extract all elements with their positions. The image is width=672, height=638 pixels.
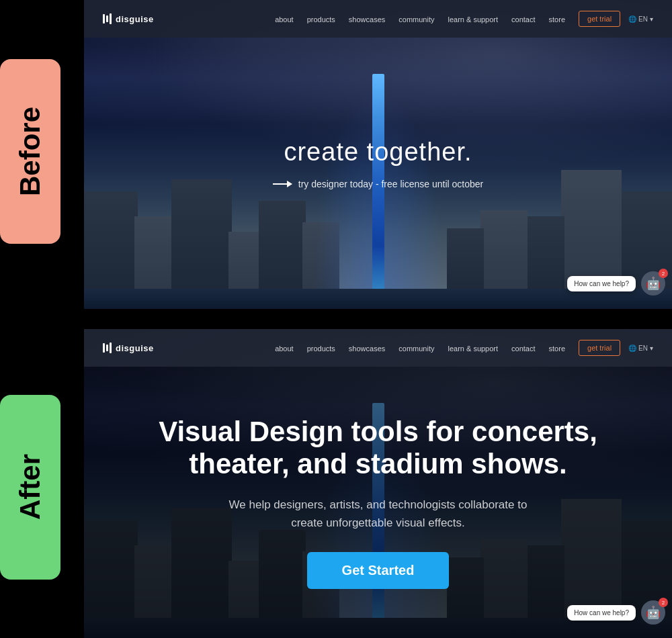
before-navbar: disguise about products showcases commun…: [84, 0, 672, 38]
logo-bar-2: [106, 15, 108, 22]
after-label-text: After: [16, 454, 44, 520]
before-heading: create together.: [284, 138, 472, 167]
after-chat-avatar[interactable]: 🤖 2: [641, 600, 665, 625]
after-get-trial-button[interactable]: get trial: [579, 340, 620, 356]
chat-avatar[interactable]: 🤖 2: [641, 271, 665, 295]
after-nav-item-products[interactable]: products: [307, 342, 335, 354]
get-started-button[interactable]: Get Started: [307, 552, 450, 589]
logo-bar-1: [103, 14, 105, 24]
after-globe-icon: 🌐: [628, 345, 636, 352]
after-language-selector[interactable]: 🌐 EN ▾: [628, 345, 653, 352]
after-subtext: We help designers, artists, and technolo…: [217, 496, 540, 532]
before-nav-links: about products showcases community learn…: [275, 11, 620, 27]
after-chevron-down-icon: ▾: [650, 345, 653, 352]
after-logo-bar-2: [106, 345, 108, 351]
globe-icon: 🌐: [628, 15, 636, 23]
after-nav-item-showcases[interactable]: showcases: [349, 342, 385, 354]
after-label: After: [0, 395, 60, 580]
brand-name: disguise: [116, 14, 154, 24]
logo-bar-3: [110, 13, 112, 24]
before-cta-text: try designer today - free license until …: [298, 179, 483, 189]
badge-count: 2: [662, 271, 665, 277]
nav-item-trial[interactable]: get trial: [579, 11, 620, 27]
after-nav-item-community[interactable]: community: [398, 342, 434, 354]
before-cta-row: try designer today - free license until …: [273, 179, 483, 189]
after-logo: disguise: [103, 343, 154, 353]
panel-divider: [0, 309, 672, 329]
after-badge-count: 2: [662, 600, 665, 606]
nav-item-products[interactable]: products: [307, 13, 335, 25]
after-lang-text: EN: [638, 345, 648, 352]
nav-item-about[interactable]: about: [275, 13, 294, 25]
logo-icon: [103, 13, 112, 24]
arrow-right-icon: [273, 183, 292, 185]
language-selector[interactable]: 🌐 EN ▾: [628, 15, 653, 23]
before-hero-content: create together. try designer today - fr…: [84, 38, 672, 309]
after-hero-content: Visual Design tools for concerts, theate…: [84, 367, 672, 638]
after-chat-widget[interactable]: How can we help? 🤖 2: [567, 600, 665, 625]
chat-notification-badge: 2: [659, 269, 668, 278]
before-label: Before: [0, 59, 60, 244]
get-trial-button[interactable]: get trial: [579, 11, 620, 27]
after-logo-icon: [103, 343, 112, 353]
after-nav-item-about[interactable]: about: [275, 342, 294, 354]
after-nav-item-learn[interactable]: learn & support: [448, 342, 498, 354]
chat-bubble: How can we help?: [567, 276, 636, 291]
chevron-down-icon: ▾: [650, 15, 653, 23]
after-logo-bar-3: [110, 343, 112, 353]
nav-item-store[interactable]: store: [549, 13, 565, 25]
after-nav-item-store[interactable]: store: [549, 342, 565, 354]
after-chat-bubble-text: How can we help?: [574, 609, 629, 617]
after-chat-notification-badge: 2: [659, 598, 668, 607]
robot-icon: 🤖: [646, 276, 661, 291]
after-nav-item-trial[interactable]: get trial: [579, 340, 620, 356]
lang-text: EN: [638, 15, 648, 23]
after-panel: disguise about products showcases commun…: [84, 329, 672, 638]
nav-item-learn[interactable]: learn & support: [448, 13, 498, 25]
after-heading: Visual Design tools for concerts, theate…: [124, 416, 632, 481]
before-logo: disguise: [103, 13, 154, 24]
before-panel: disguise about products showcases commun…: [84, 0, 672, 309]
after-brand-name: disguise: [116, 343, 154, 353]
before-chat-widget[interactable]: How can we help? 🤖 2: [567, 271, 665, 295]
nav-item-community[interactable]: community: [398, 13, 434, 25]
after-robot-icon: 🤖: [646, 605, 661, 620]
before-label-text: Before: [16, 107, 44, 196]
chat-bubble-text: How can we help?: [574, 280, 629, 287]
nav-item-contact[interactable]: contact: [511, 13, 535, 25]
nav-item-showcases[interactable]: showcases: [349, 13, 385, 25]
after-navbar: disguise about products showcases commun…: [84, 329, 672, 367]
after-chat-bubble: How can we help?: [567, 605, 636, 621]
after-nav-links: about products showcases community learn…: [275, 340, 620, 356]
after-logo-bar-1: [103, 343, 105, 353]
after-nav-item-contact[interactable]: contact: [511, 342, 535, 354]
